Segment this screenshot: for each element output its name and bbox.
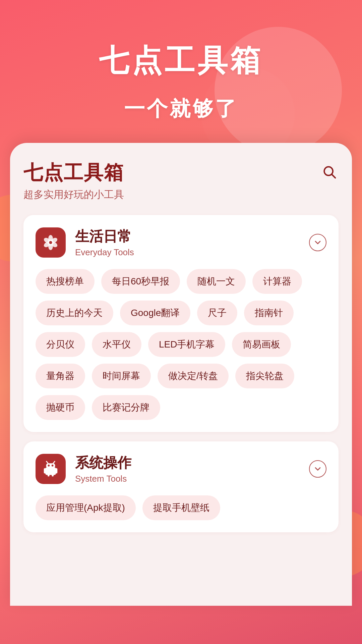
- section-everyday: 生活日常 Everyday Tools 热搜榜单每日60秒早报随机一文计算器历史…: [23, 215, 339, 432]
- card-subtitle: 超多实用好玩的小工具: [23, 188, 124, 202]
- everyday-tags: 热搜榜单每日60秒早报随机一文计算器历史上的今天Google翻译尺子指南针分贝仪…: [36, 269, 326, 420]
- svg-rect-11: [44, 468, 46, 473]
- tag-item[interactable]: 每日60秒早报: [101, 269, 180, 294]
- svg-point-16: [48, 465, 50, 467]
- svg-rect-14: [52, 473, 54, 476]
- svg-point-9: [49, 241, 52, 244]
- svg-point-17: [52, 465, 54, 467]
- section-everyday-expand[interactable]: [309, 234, 326, 251]
- tag-item[interactable]: 热搜榜单: [36, 269, 95, 294]
- tag-item[interactable]: 水平仪: [92, 332, 141, 357]
- tag-item[interactable]: 应用管理(Apk提取): [36, 495, 136, 520]
- section-system-header: 系统操作 System Tools: [36, 453, 326, 484]
- tag-item[interactable]: LED手机字幕: [148, 332, 225, 357]
- system-tags: 应用管理(Apk提取)提取手机壁纸: [36, 495, 326, 520]
- header-section: 七点工具箱 一个就够了: [0, 0, 362, 143]
- tag-item[interactable]: Google翻译: [120, 301, 190, 325]
- search-button[interactable]: [320, 162, 339, 181]
- tag-item[interactable]: 尺子: [197, 301, 237, 325]
- main-title: 七点工具箱: [0, 40, 362, 81]
- card-header: 七点工具箱 超多实用好玩的小工具: [23, 160, 339, 202]
- section-system-subtitle: System Tools: [75, 474, 309, 484]
- tag-item[interactable]: 提取手机壁纸: [142, 495, 220, 520]
- tag-item[interactable]: 随机一文: [187, 269, 246, 294]
- tag-item[interactable]: 比赛记分牌: [92, 395, 160, 420]
- tag-item[interactable]: 指尖轮盘: [235, 364, 294, 388]
- tag-item[interactable]: 量角器: [36, 364, 85, 388]
- android-icon: [42, 460, 60, 478]
- section-system: 系统操作 System Tools 应用管理(Apk提取)提取手机壁纸: [23, 441, 339, 532]
- section-system-expand[interactable]: [309, 460, 326, 478]
- section-system-title: 系统操作: [75, 453, 309, 472]
- tag-item[interactable]: 时间屏幕: [92, 364, 151, 388]
- section-system-titles: 系统操作 System Tools: [75, 453, 309, 484]
- tag-item[interactable]: 简易画板: [232, 332, 291, 357]
- tag-item[interactable]: 历史上的今天: [36, 301, 113, 325]
- svg-rect-15: [46, 463, 55, 468]
- svg-rect-10: [45, 467, 56, 475]
- chevron-down-icon: [313, 238, 322, 247]
- section-everyday-subtitle: Everyday Tools: [75, 247, 309, 258]
- card-title: 七点工具箱: [23, 160, 124, 186]
- tag-item[interactable]: 指南针: [244, 301, 294, 325]
- tag-item[interactable]: 做决定/转盘: [158, 364, 229, 388]
- card-title-block: 七点工具箱 超多实用好玩的小工具: [23, 160, 124, 202]
- svg-line-18: [47, 461, 48, 463]
- search-icon: [322, 164, 337, 179]
- svg-line-1: [332, 174, 335, 178]
- section-everyday-header: 生活日常 Everyday Tools: [36, 227, 326, 258]
- svg-rect-12: [55, 468, 58, 473]
- chevron-down-icon-2: [313, 464, 322, 474]
- section-everyday-titles: 生活日常 Everyday Tools: [75, 227, 309, 258]
- flower-icon: [42, 233, 60, 252]
- tag-item[interactable]: 抛硬币: [36, 395, 85, 420]
- section-everyday-title: 生活日常: [75, 227, 309, 246]
- tag-item[interactable]: 分贝仪: [36, 332, 85, 357]
- everyday-icon: [36, 227, 66, 258]
- tag-item[interactable]: 计算器: [252, 269, 302, 294]
- phone-card: 七点工具箱 超多实用好玩的小工具: [10, 143, 352, 606]
- svg-line-19: [53, 461, 55, 463]
- system-icon: [36, 454, 66, 484]
- sub-title: 一个就够了: [0, 95, 362, 123]
- svg-rect-13: [48, 473, 50, 476]
